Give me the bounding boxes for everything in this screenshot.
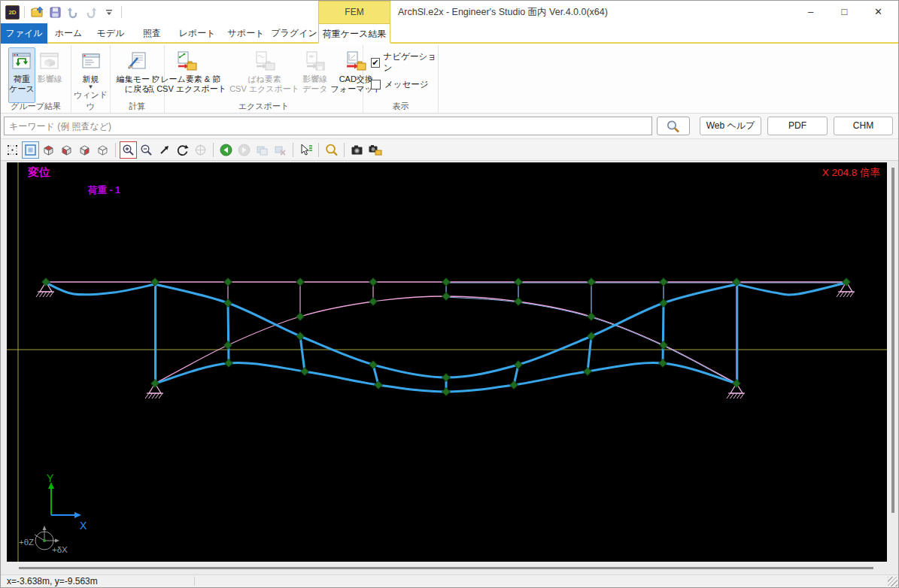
select-nodes-icon[interactable] [4,141,21,159]
contextual-tab-fem[interactable]: FEM [318,1,390,23]
tab-plugin[interactable]: プラグイン [270,23,318,44]
model-viewport[interactable] [7,162,887,562]
search-button[interactable] [657,117,690,135]
ribbon-group-export: フレーム要素 & 節 点 CSV エクスポート ばね要素 CSV エクスポート [165,45,363,113]
group-label: 表示 [363,101,438,112]
tab-model[interactable]: モデル [90,23,132,44]
result-type-label: 変位 [28,165,50,180]
orbit-icon[interactable] [192,141,209,159]
influence-line-icon [38,50,61,73]
view-cube-front-icon[interactable] [40,141,57,159]
navigation-checkbox-label: ナビゲーション [384,51,438,74]
tab-loadcase-results[interactable]: 荷重ケース結果 [318,23,390,44]
resize-grip-icon[interactable] [888,577,897,586]
toolbar-divider [344,143,345,157]
ribbon-group-results: 荷重 ケース 影響線 グループ結果 [1,45,71,113]
status-bar: x=-3.638m, y=-9.563m [1,574,898,587]
navigation-checkbox[interactable]: ✔ [371,58,380,68]
csv-export-icon [175,50,198,73]
pointer-select-icon[interactable] [297,141,314,159]
tab-home[interactable]: ホーム [47,23,90,44]
spring-csv-export-icon [254,50,276,73]
ribbon: 荷重 ケース 影響線 グループ結果 [1,45,898,114]
preview-zoom-icon[interactable] [323,141,340,159]
view-cube-top-icon[interactable] [58,141,75,159]
navigation-checkbox-row[interactable]: ✔ ナビゲーション [371,51,438,74]
ribbon-group-window: 新規 ▼ ウィンドウ [71,45,111,113]
zoom-out-icon[interactable] [138,141,155,159]
app-window: 2D FEM ArchSl.e2x - Engineer's Studio 面内… [0,0,899,588]
rotate-icon[interactable] [174,141,191,159]
load-case-icon [11,50,33,73]
view-cube-iso-icon[interactable] [76,141,93,159]
load-case-button[interactable]: 荷重 ケース [8,47,35,103]
toolbar-divider [293,143,293,157]
view-toolbar [1,139,898,161]
tab-report[interactable]: レポート [172,23,222,44]
horizontal-scrollbar[interactable] [19,567,873,569]
search-icon [665,120,682,133]
load-case-label: 荷重 - 1 [88,184,120,197]
fit-view-icon[interactable] [22,141,39,159]
web-help-button[interactable]: Web ヘルプ [700,117,761,135]
model-copy-icon[interactable] [254,141,271,159]
influence-data-icon [304,50,326,73]
influence-data-button[interactable]: 影響線 データ [302,47,329,103]
scale-factor-label: X 204.8 倍率 [822,166,880,180]
group-label: グループ結果 [1,101,71,112]
frame-node-csv-export-button[interactable]: フレーム要素 & 節 点 CSV エクスポート [145,47,227,103]
cursor-coordinates: x=-3.638m, y=-9.563m [7,576,98,586]
pdf-button[interactable]: PDF [767,117,828,135]
view-cube-wire-icon[interactable] [94,141,111,159]
divider [194,577,195,586]
minimize-button[interactable]: – [794,1,828,23]
search-input[interactable] [4,117,652,135]
group-label: エクスポート [165,101,363,112]
chm-button[interactable]: CHM [834,117,893,135]
search-row: Web ヘルプ PDF CHM [1,114,898,139]
open-file-icon[interactable] [29,5,44,20]
window-controls: – □ ✕ [794,1,895,23]
pan-icon[interactable] [156,141,173,159]
divider [121,6,122,18]
nav-forward-icon[interactable] [235,141,253,159]
divider [24,6,25,18]
spring-csv-export-button[interactable]: ばね要素 CSV エクスポート [229,47,300,103]
message-checkbox-row[interactable]: メッセージ [371,79,438,90]
quick-access-toolbar: 2D [5,3,123,21]
camera-icon[interactable] [348,141,366,159]
toolbar-divider [318,143,319,157]
toolbar-divider [213,143,214,157]
redo-icon[interactable] [84,5,99,20]
zoom-in-icon[interactable] [120,141,137,159]
model-delete-icon[interactable] [272,141,289,159]
close-button[interactable]: ✕ [861,1,895,23]
ribbon-group-display: ✔ ナビゲーション メッセージ 表示 [363,45,439,113]
window-title: ArchSl.e2x - Engineer's Studio 面内 Ver.4.… [398,1,608,23]
group-label: ウィンドウ [71,89,110,112]
tab-check[interactable]: 照査 [132,23,172,44]
ribbon-tab-row: ファイル ホーム モデル 照査 レポート サポート プラグイン 荷重ケース結果 [1,23,898,44]
new-window-icon [80,50,102,73]
influence-line-button[interactable]: 影響線 [37,47,63,103]
undo-icon[interactable] [65,5,80,20]
tab-support[interactable]: サポート [222,23,270,44]
save-icon[interactable] [47,5,62,20]
title-bar: 2D FEM ArchSl.e2x - Engineer's Studio 面内… [1,1,898,23]
app-icon[interactable]: 2D [5,5,20,20]
camera-save-icon[interactable] [366,141,384,159]
customize-toolbar-icon[interactable] [102,5,117,20]
tab-file[interactable]: ファイル [1,23,47,44]
canvas-area: YX+θZ+δX 変位 荷重 - 1 X 204.8 倍率 [1,161,898,574]
nav-back-icon[interactable] [217,141,235,159]
vertical-scrollbar[interactable] [891,168,894,513]
message-checkbox-label: メッセージ [384,79,429,90]
toolbar-divider [115,143,116,157]
maximize-button[interactable]: □ [828,1,861,23]
message-checkbox[interactable] [371,80,381,89]
